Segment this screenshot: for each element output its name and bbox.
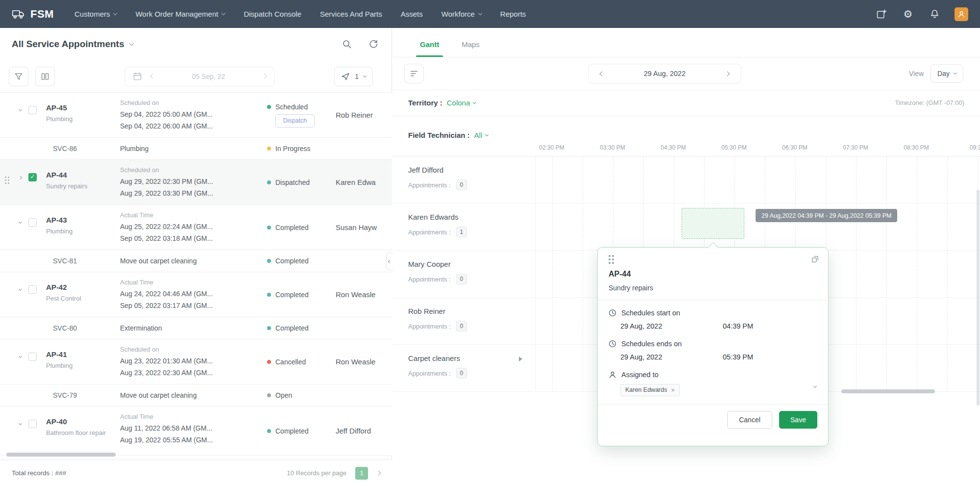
gantt-horizontal-scrollbar[interactable] (841, 389, 935, 393)
calendar-icon[interactable] (133, 72, 142, 81)
service-row[interactable]: SVC-80ExterminationCompleted (0, 317, 392, 339)
assignee-chip[interactable]: Karen Edwards × (620, 384, 680, 396)
tab-gantt[interactable]: Gantt (420, 40, 439, 57)
drag-handle-icon[interactable] (609, 255, 614, 264)
nav-item-work-order-management[interactable]: Work Order Management (135, 10, 225, 18)
search-icon[interactable] (341, 38, 353, 51)
selection-tooltip: 29 Aug,2022 04:39 PM - 29 Aug,2022 05:39… (756, 209, 897, 222)
status-indicator: Completed (267, 224, 309, 231)
nav-item-label: Reports (500, 10, 526, 18)
technician-row[interactable]: Jeff DiffordAppointments :0 (392, 156, 980, 204)
next-page-button[interactable] (376, 471, 381, 476)
nav-item-reports[interactable]: Reports (500, 10, 526, 18)
notifications-bell-icon[interactable] (928, 8, 941, 21)
remove-assignee-icon[interactable]: × (671, 386, 675, 394)
appointments-toolbar: 05 Sep, 22 1 (0, 60, 392, 93)
row-expand-chevron[interactable] (16, 420, 24, 429)
view-select[interactable]: Day (931, 64, 963, 83)
row-checkbox[interactable] (28, 173, 37, 181)
row-expand-chevron[interactable] (16, 173, 24, 182)
filter-icon[interactable] (9, 67, 28, 86)
total-records: Total records : ### (12, 469, 66, 477)
dispatch-selected-control[interactable]: 1 (334, 67, 373, 86)
nav-item-services-and-parts[interactable]: Services And Parts (320, 10, 382, 18)
user-avatar[interactable] (955, 7, 968, 21)
status-dot (267, 180, 271, 184)
appointment-row[interactable]: AP-42Pest ControlActual TimeAug 24, 2022… (0, 272, 392, 317)
next-date-button[interactable] (262, 74, 267, 79)
clock-icon (609, 340, 616, 348)
nav-item-assets[interactable]: Assets (401, 10, 423, 18)
appointment-row[interactable]: AP-40Bathroom floor repairActual TimeAug… (0, 407, 392, 456)
row-expand-chevron[interactable] (16, 218, 24, 227)
time-label: Scheduled on (120, 99, 267, 106)
chevron-down-icon (129, 41, 134, 46)
settings-gear-icon[interactable]: ⚙ (902, 8, 914, 21)
end-time[interactable]: 05:39 PM (723, 353, 753, 361)
appointments-label: Appointments : (408, 229, 451, 236)
view-selector[interactable]: All Service Appointments (12, 39, 133, 50)
row-expand-chevron[interactable] (16, 285, 24, 294)
prev-day-button[interactable] (597, 69, 606, 78)
service-id: SVC-80 (0, 324, 120, 332)
chevron-down-icon[interactable] (813, 384, 817, 387)
send-icon (341, 72, 350, 81)
start-date[interactable]: 29 Aug, 2022 (620, 322, 662, 330)
appointments-horizontal-scrollbar[interactable] (6, 453, 116, 457)
row-expand-chevron[interactable] (16, 353, 24, 361)
time-start: Aug 23, 2022 01:30 AM (GM... (120, 355, 267, 367)
fsm-logo[interactable]: FSM (12, 7, 54, 21)
service-name: Move out carpet cleaning (120, 391, 267, 399)
row-expand-chevron[interactable] (16, 106, 24, 115)
tab-maps[interactable]: Maps (462, 40, 480, 57)
service-row[interactable]: SVC-79Move out carpet cleaningOpen (0, 384, 392, 407)
nav-item-dispatch-console[interactable]: Dispatch Console (244, 10, 301, 18)
popup-appointment-id: AP-44 (598, 264, 828, 279)
prev-date-button[interactable] (150, 74, 155, 79)
nav-item-label: Assets (401, 10, 423, 18)
start-time[interactable]: 04:39 PM (723, 322, 753, 330)
save-button[interactable]: Save (779, 411, 817, 429)
appointment-row[interactable]: AP-44Sundry repairsScheduled onAug 29, 2… (0, 160, 392, 205)
row-checkbox[interactable] (28, 285, 37, 294)
time-label: Scheduled on (120, 346, 267, 353)
technician-filter-label: Field Technician : (408, 131, 470, 139)
appointment-row[interactable]: AP-43PlumbingActual TimeAug 25, 2022 02:… (0, 205, 392, 250)
row-checkbox[interactable] (28, 420, 37, 428)
technician-name: Jeff Difford (336, 407, 392, 455)
row-checkbox[interactable] (28, 218, 37, 227)
next-day-button[interactable] (723, 69, 732, 78)
time-axis-label: 09:30 (970, 144, 980, 151)
drag-handle-icon[interactable] (5, 177, 9, 184)
row-checkbox[interactable] (28, 106, 37, 114)
status-text: Open (275, 391, 292, 399)
row-checkbox[interactable] (28, 353, 37, 361)
panel-collapse-handle[interactable] (386, 253, 393, 270)
open-record-icon[interactable] (811, 255, 819, 263)
appointment-row[interactable]: AP-41PlumbingScheduled onAug 23, 2022 01… (0, 339, 392, 384)
technician-filter[interactable]: Field Technician : All (408, 131, 488, 139)
gantt-selection[interactable] (682, 208, 744, 239)
board-view-icon[interactable] (35, 67, 55, 86)
status-indicator: Completed (267, 257, 309, 265)
service-row[interactable]: SVC-86PlumbingIn Progress (0, 138, 392, 160)
appointment-row[interactable]: AP-45PlumbingScheduled onSep 04, 2022 05… (0, 93, 392, 138)
service-type: Sundry repairs (46, 182, 111, 190)
nav-item-workforce[interactable]: Workforce (441, 10, 482, 18)
territory-select[interactable]: Colona (447, 99, 476, 107)
technician-name: Susan Hayw (336, 205, 392, 250)
expand-arrow-icon[interactable] (519, 357, 522, 361)
nav-item-customers[interactable]: Customers (74, 10, 117, 18)
gantt-vertical-scrollbar[interactable] (977, 190, 980, 406)
end-date[interactable]: 29 Aug, 2022 (620, 353, 662, 361)
service-row[interactable]: SVC-81Move out carpet cleaningCompleted (0, 250, 392, 272)
new-record-icon[interactable] (875, 8, 888, 21)
refresh-icon[interactable] (367, 38, 380, 51)
status-text: Cancelled (275, 358, 306, 366)
dispatch-button[interactable]: Dispatch (275, 114, 315, 128)
cancel-button[interactable]: Cancel (727, 411, 772, 429)
current-page[interactable]: 1 (355, 467, 368, 480)
chevron-down-icon (221, 11, 225, 15)
sort-icon[interactable] (404, 64, 424, 83)
records-per-page[interactable]: 10 Records per page (287, 469, 346, 477)
